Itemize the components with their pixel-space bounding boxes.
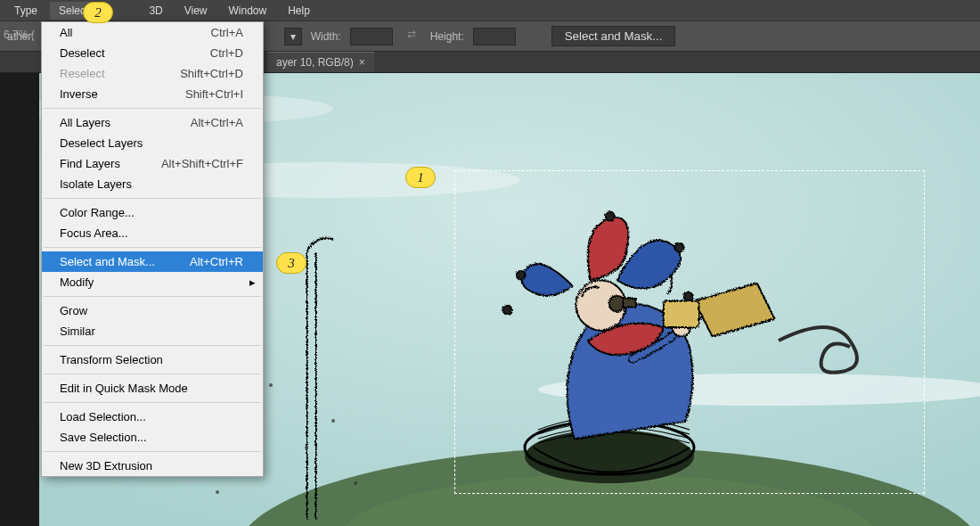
menu-item-label: Deselect	[60, 46, 105, 60]
menu-item-new-3d-extrusion[interactable]: New 3D Extrusion	[42, 456, 263, 476]
menubar: Type Select 3D View Window Help	[0, 0, 980, 21]
menu-item-save-selection[interactable]: Save Selection...	[42, 427, 263, 448]
menu-item-label: Select and Mask...	[60, 255, 155, 268]
menu-item-edit-in-quick-mask-mode[interactable]: Edit in Quick Mask Mode	[42, 378, 263, 399]
menu-item-transform-selection[interactable]: Transform Selection	[42, 349, 263, 370]
menu-separator	[44, 402, 261, 403]
menu-item-grow[interactable]: Grow	[42, 300, 263, 321]
menu-item-label: Load Selection...	[60, 410, 146, 423]
menu-item-label: Isolate Layers	[60, 177, 132, 191]
menu-item-label: All	[60, 26, 72, 39]
zoom-readout: 6,7% (	[0, 27, 38, 43]
menu-item-shortcut: Alt+Ctrl+R	[190, 255, 243, 268]
menu-item-find-layers[interactable]: Find LayersAlt+Shift+Ctrl+F	[42, 153, 263, 174]
menu-window[interactable]: Window	[220, 2, 276, 20]
svg-point-19	[269, 383, 273, 387]
annotation-2: 2	[83, 2, 113, 23]
menu-item-label: Find Layers	[60, 157, 120, 170]
select-menu-dropdown: AllCtrl+ADeselectCtrl+DReselectShift+Ctr…	[41, 21, 264, 477]
menu-item-reselect: ReselectShift+Ctrl+D	[42, 63, 263, 84]
submenu-arrow-icon: ▸	[249, 275, 256, 289]
menu-separator	[44, 451, 261, 452]
document-tab-title: ayer 10, RGB/8)	[276, 56, 354, 69]
close-icon[interactable]: ×	[359, 56, 365, 69]
menu-separator	[44, 108, 261, 109]
menu-help[interactable]: Help	[279, 2, 319, 20]
menu-item-label: Save Selection...	[60, 431, 147, 444]
menu-item-load-selection[interactable]: Load Selection...	[42, 407, 263, 427]
width-label: Width:	[311, 30, 341, 43]
menu-view[interactable]: View	[176, 2, 216, 20]
menu-3d[interactable]: 3D	[140, 2, 171, 20]
style-dropdown[interactable]: ▾	[284, 28, 302, 45]
menu-separator	[44, 296, 261, 297]
menu-item-label: Modify	[60, 275, 94, 289]
menu-item-focus-area[interactable]: Focus Area...	[42, 223, 263, 243]
swap-dimensions-icon[interactable]: ⇄	[402, 28, 421, 45]
menu-item-label: Grow	[60, 304, 87, 317]
document-tab[interactable]: ayer 10, RGB/8) ×	[267, 52, 374, 72]
menu-item-all[interactable]: AllCtrl+A	[42, 22, 263, 43]
menu-item-inverse[interactable]: InverseShift+Ctrl+I	[42, 84, 263, 104]
menu-item-shortcut: Alt+Ctrl+A	[191, 116, 243, 129]
menu-separator	[44, 198, 261, 199]
menu-item-select-and-mask[interactable]: Select and Mask...Alt+Ctrl+R	[42, 251, 263, 272]
menu-item-label: Edit in Quick Mask Mode	[60, 382, 188, 395]
menu-item-label: Reselect	[60, 67, 105, 80]
menu-item-label: Focus Area...	[60, 226, 128, 240]
annotation-1: 1	[405, 167, 436, 188]
menu-item-color-range[interactable]: Color Range...	[42, 202, 263, 223]
menu-type[interactable]: Type	[5, 2, 46, 20]
menu-item-label: Deselect Layers	[60, 136, 143, 150]
menu-item-shortcut: Alt+Shift+Ctrl+F	[161, 157, 243, 170]
menu-item-shortcut: Ctrl+A	[211, 26, 243, 39]
height-label: Height:	[430, 30, 464, 43]
width-input[interactable]	[350, 28, 393, 45]
menu-item-label: Color Range...	[60, 206, 135, 219]
menu-item-shortcut: Shift+Ctrl+I	[185, 87, 243, 101]
menu-separator	[44, 374, 261, 374]
select-and-mask-button[interactable]: Select and Mask...	[551, 26, 676, 46]
menu-item-all-layers[interactable]: All LayersAlt+Ctrl+A	[42, 112, 263, 133]
menu-item-shortcut: Ctrl+D	[210, 46, 243, 60]
menu-item-modify[interactable]: Modify▸	[42, 272, 263, 292]
menu-item-deselect-layers[interactable]: Deselect Layers	[42, 133, 263, 153]
menu-item-shortcut: Shift+Ctrl+D	[180, 67, 243, 80]
menu-item-label: New 3D Extrusion	[60, 459, 152, 473]
menu-item-isolate-layers[interactable]: Isolate Layers	[42, 174, 263, 194]
menu-item-deselect[interactable]: DeselectCtrl+D	[42, 43, 263, 63]
selection-marquee[interactable]	[454, 170, 925, 494]
menu-item-label: Similar	[60, 325, 95, 338]
annotation-3: 3	[276, 252, 306, 274]
svg-point-23	[216, 490, 219, 494]
menu-item-similar[interactable]: Similar	[42, 321, 263, 341]
svg-point-21	[331, 419, 335, 423]
svg-point-20	[305, 446, 308, 449]
menu-item-label: Inverse	[60, 87, 98, 101]
menu-separator	[44, 247, 261, 248]
height-input[interactable]	[473, 28, 516, 45]
svg-point-22	[354, 481, 357, 485]
menu-separator	[44, 345, 261, 346]
menu-item-label: Transform Selection	[60, 353, 163, 366]
menu-item-label: All Layers	[60, 116, 110, 129]
